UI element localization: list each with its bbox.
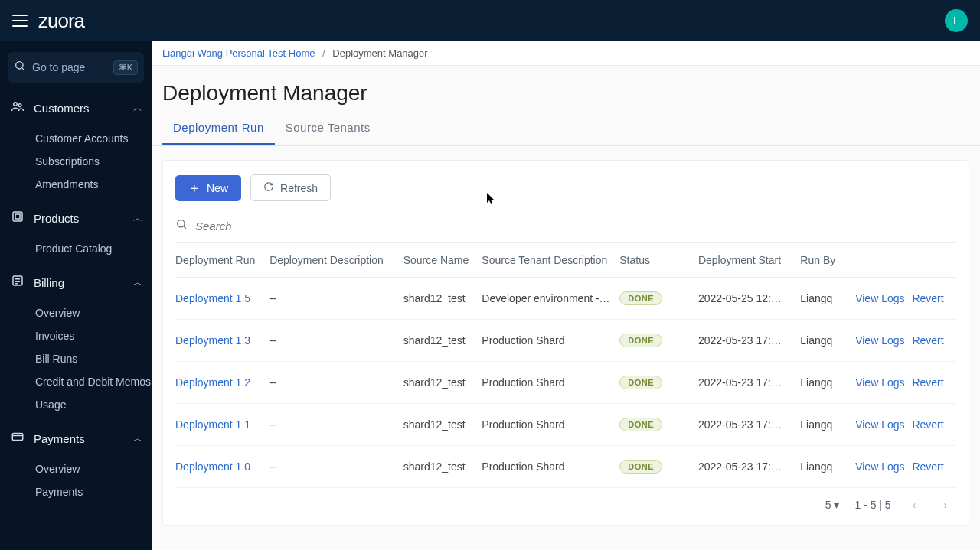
revert-link[interactable]: Revert	[912, 418, 943, 431]
deployment-link[interactable]: Deployment 1.3	[175, 320, 270, 362]
tab-source-tenants[interactable]: Source Tenants	[275, 113, 381, 145]
avatar[interactable]: L	[945, 9, 968, 32]
payments-icon	[9, 430, 26, 447]
col-actions2	[912, 243, 956, 278]
deployment-link[interactable]: Deployment 1.1	[175, 404, 270, 446]
sidebar-item-customers[interactable]: Customers ︿	[0, 92, 152, 124]
col-desc: Deployment Description	[270, 243, 403, 278]
pager: 5 ▾ 1 - 5 | 5 ‹ ›	[175, 488, 956, 517]
cell-runby: Liangq	[800, 446, 855, 488]
tab-deployment-run[interactable]: Deployment Run	[162, 113, 275, 145]
table-search-input[interactable]	[195, 220, 956, 233]
svg-rect-4	[13, 212, 22, 221]
cell-desc: --	[270, 404, 403, 446]
svg-point-3	[18, 104, 21, 107]
cell-start: 2022-05-23 17:…	[698, 362, 800, 404]
sidebar-link-usage[interactable]: Usage	[35, 393, 152, 416]
deployment-link[interactable]: Deployment 1.2	[175, 362, 270, 404]
sidebar-link-credit-debit-memos[interactable]: Credit and Debit Memos	[35, 370, 152, 393]
sidebar-link-product-catalog[interactable]: Product Catalog	[35, 237, 152, 260]
logo: zuora	[38, 9, 84, 33]
cell-src: shard12_test	[403, 362, 482, 404]
refresh-button[interactable]: Refresh	[250, 174, 331, 201]
cell-status: DONE	[619, 362, 698, 404]
next-page-button[interactable]: ›	[937, 496, 953, 514]
cell-start: 2022-05-23 17:…	[698, 446, 800, 488]
sidebar-item-label: Payments	[34, 432, 133, 445]
view-logs-link[interactable]: View Logs	[855, 376, 904, 389]
svg-point-0	[16, 62, 23, 69]
sidebar-item-label: Billing	[34, 276, 133, 289]
sidebar-link-payments[interactable]: Payments	[35, 480, 152, 503]
shortcut-badge: ⌘K	[113, 60, 138, 75]
menu-toggle-icon[interactable]	[12, 15, 28, 27]
col-status: Status	[619, 243, 698, 278]
status-badge: DONE	[619, 376, 662, 389]
status-badge: DONE	[619, 460, 662, 474]
sidebar-link-invoices[interactable]: Invoices	[35, 324, 152, 347]
sidebar-item-payments[interactable]: Payments ︿	[0, 422, 152, 454]
svg-rect-10	[12, 434, 23, 441]
cell-start: 2022-05-23 17:…	[698, 320, 800, 362]
revert-link[interactable]: Revert	[912, 292, 943, 304]
sidebar-item-products[interactable]: Products ︿	[0, 202, 152, 234]
chevron-up-icon: ︿	[133, 102, 142, 115]
col-deployment-run: Deployment Run	[175, 243, 270, 278]
view-logs-link[interactable]: View Logs	[855, 461, 904, 473]
refresh-button-label: Refresh	[280, 182, 318, 194]
customers-icon	[9, 99, 26, 116]
cell-tenant: Production Shard	[482, 320, 619, 362]
breadcrumb-current: Deployment Manager	[332, 47, 427, 59]
status-badge: DONE	[619, 418, 662, 431]
table-row: Deployment 1.5--shard12_testDeveloper en…	[175, 278, 956, 320]
sidebar-item-label: Products	[34, 212, 133, 225]
status-badge: DONE	[619, 334, 662, 347]
breadcrumb-home[interactable]: Liangqi Wang Personal Test Home	[162, 47, 315, 59]
sidebar-link-subscriptions[interactable]: Subscriptions	[35, 150, 152, 173]
cell-runby: Liangq	[800, 278, 855, 320]
status-badge: DONE	[619, 291, 662, 305]
sidebar-link-amendments[interactable]: Amendments	[35, 173, 152, 196]
topbar: zuora L	[0, 0, 980, 41]
deployment-card: ＋ New Refresh	[162, 160, 969, 526]
sidebar-link-customer-accounts[interactable]: Customer Accounts	[35, 127, 152, 150]
table-row: Deployment 1.3--shard12_testProduction S…	[175, 320, 956, 362]
svg-rect-5	[15, 214, 20, 219]
products-icon	[9, 210, 26, 226]
page-size-value: 5	[825, 499, 831, 511]
col-source-name: Source Name	[403, 243, 482, 278]
prev-page-button[interactable]: ‹	[906, 496, 923, 514]
cell-tenant: Developer environment -…	[482, 278, 619, 320]
toolbar: ＋ New Refresh	[175, 174, 956, 201]
sidebar-link-payments-overview[interactable]: Overview	[35, 457, 152, 480]
revert-link[interactable]: Revert	[912, 334, 943, 347]
cell-desc: --	[270, 320, 403, 362]
view-logs-link[interactable]: View Logs	[855, 334, 904, 347]
cell-tenant: Production Shard	[482, 362, 619, 404]
caret-down-icon: ▾	[834, 499, 839, 511]
sidebar-link-bill-runs[interactable]: Bill Runs	[35, 347, 152, 370]
breadcrumb-sep: /	[322, 47, 325, 59]
revert-link[interactable]: Revert	[912, 376, 943, 389]
cell-status: DONE	[619, 278, 698, 320]
go-to-page-search[interactable]: Go to page ⌘K	[8, 52, 144, 83]
svg-point-12	[178, 220, 185, 227]
view-logs-link[interactable]: View Logs	[855, 418, 904, 431]
deployment-link[interactable]: Deployment 1.5	[175, 278, 270, 320]
go-to-page-placeholder: Go to page	[32, 61, 113, 73]
col-start: Deployment Start	[698, 243, 800, 278]
sidebar-link-billing-overview[interactable]: Overview	[35, 301, 152, 324]
cell-desc: --	[270, 446, 403, 488]
cell-runby: Liangq	[800, 362, 855, 404]
new-button[interactable]: ＋ New	[175, 175, 241, 201]
page-size-select[interactable]: 5 ▾	[825, 499, 840, 511]
cell-start: 2022-05-25 12:…	[698, 278, 800, 320]
revert-link[interactable]: Revert	[912, 461, 943, 473]
deployment-table: Deployment Run Deployment Description So…	[175, 243, 956, 488]
view-logs-link[interactable]: View Logs	[855, 292, 904, 304]
sidebar-item-billing[interactable]: Billing ︿	[0, 266, 152, 298]
search-icon	[175, 218, 188, 233]
deployment-link[interactable]: Deployment 1.0	[175, 446, 270, 488]
cell-status: DONE	[619, 404, 698, 446]
plus-icon: ＋	[188, 182, 201, 194]
